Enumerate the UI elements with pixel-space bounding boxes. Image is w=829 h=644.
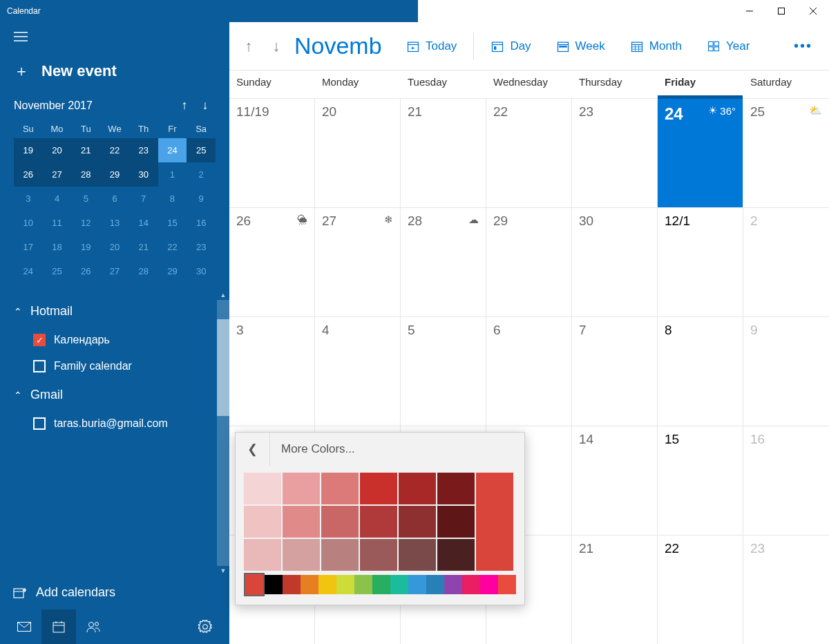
calendar-checkbox[interactable] <box>33 360 46 372</box>
mini-calendar-day[interactable]: 30 <box>129 162 158 187</box>
calendar-button[interactable] <box>41 609 76 644</box>
mini-calendar-day[interactable]: 26 <box>14 162 43 187</box>
calendar-day-cell[interactable]: 28☁ <box>401 207 486 316</box>
color-swatch[interactable] <box>399 473 436 504</box>
mini-calendar-next-button[interactable]: ↓ <box>195 98 216 113</box>
calendar-day-cell[interactable]: 23 <box>572 98 658 207</box>
color-swatch[interactable] <box>437 539 475 571</box>
hue-swatch[interactable] <box>408 575 426 594</box>
mini-calendar-day[interactable]: 1 <box>158 162 187 187</box>
mini-calendar-day[interactable]: 19 <box>71 235 100 259</box>
calendar-day-cell[interactable]: 16 <box>743 426 829 535</box>
calendar-day-cell[interactable]: 14 <box>572 426 658 535</box>
calendar-day-cell[interactable]: 26🌦 <box>229 207 315 316</box>
calendar-day-cell[interactable]: 25⛅ <box>743 98 829 207</box>
calendar-day-cell[interactable]: 12/1 <box>658 207 743 316</box>
color-swatch[interactable] <box>283 473 320 504</box>
calendar-day-cell[interactable]: 29 <box>486 207 572 316</box>
year-view-button[interactable]: Year <box>694 34 762 59</box>
calendar-day-cell[interactable]: 24☀36° <box>658 98 743 207</box>
week-view-button[interactable]: Week <box>544 34 618 59</box>
color-swatch[interactable] <box>283 506 320 538</box>
mini-calendar-day[interactable]: 3 <box>14 187 43 211</box>
calendar-day-cell[interactable]: 22 <box>486 98 572 207</box>
mini-calendar-day[interactable]: 8 <box>158 187 187 211</box>
hue-swatch[interactable] <box>480 575 498 594</box>
mini-calendar-day[interactable]: 6 <box>100 187 129 211</box>
calendar-day-cell[interactable]: 4 <box>315 316 401 426</box>
hue-swatch[interactable] <box>354 575 372 594</box>
mini-calendar-day[interactable]: 12 <box>71 211 100 235</box>
calendar-day-cell[interactable]: 23 <box>743 535 829 644</box>
mini-calendar-day[interactable]: 16 <box>187 211 216 235</box>
window-close-button[interactable] <box>797 0 829 22</box>
mini-calendar-day[interactable]: 29 <box>100 162 129 187</box>
color-swatch[interactable] <box>437 506 475 538</box>
mini-calendar-day[interactable]: 21 <box>71 138 100 162</box>
sidebar-scrollbar[interactable]: ▲ ▼ <box>217 290 229 576</box>
mini-calendar-day[interactable]: 30 <box>187 259 216 283</box>
mini-calendar-day[interactable]: 28 <box>71 162 100 187</box>
color-picker-back-button[interactable]: ❮ <box>236 433 270 466</box>
color-swatch-selected[interactable] <box>476 473 513 571</box>
color-swatch[interactable] <box>321 473 359 504</box>
calendar-day-cell[interactable]: 21 <box>572 535 658 644</box>
calendar-day-cell[interactable]: 6 <box>486 316 572 426</box>
today-button[interactable]: Today <box>394 34 469 59</box>
mini-calendar-day[interactable]: 22 <box>158 235 187 259</box>
hue-swatch[interactable] <box>444 575 462 594</box>
color-swatch[interactable] <box>360 473 397 504</box>
hamburger-button[interactable] <box>0 22 229 51</box>
mini-calendar-day[interactable]: 28 <box>129 259 158 283</box>
mini-calendar-day[interactable]: 21 <box>129 235 158 259</box>
calendar-day-cell[interactable]: 21 <box>401 98 486 207</box>
calendar-item[interactable]: Family calendar <box>0 353 229 379</box>
calendar-day-cell[interactable]: 15 <box>658 426 743 535</box>
mini-calendar-day[interactable]: 27 <box>43 162 72 187</box>
settings-button[interactable] <box>188 609 222 644</box>
scrollbar-thumb[interactable] <box>217 319 229 416</box>
calendar-day-cell[interactable]: 7 <box>572 316 658 426</box>
mini-calendar-day[interactable]: 5 <box>71 187 100 211</box>
window-minimize-button[interactable] <box>734 0 765 22</box>
color-swatch[interactable] <box>244 539 281 571</box>
mini-calendar-day[interactable]: 4 <box>43 187 72 211</box>
hue-swatch[interactable] <box>318 575 336 594</box>
mini-calendar-day[interactable]: 27 <box>100 259 129 283</box>
color-swatch[interactable] <box>244 473 281 504</box>
mini-calendar-day[interactable]: 9 <box>187 187 216 211</box>
hue-swatch[interactable] <box>265 575 283 594</box>
hue-swatch[interactable] <box>462 575 480 594</box>
mini-calendar-day[interactable]: 11 <box>43 211 72 235</box>
hue-swatch[interactable] <box>283 575 301 594</box>
people-button[interactable] <box>76 609 111 644</box>
calendar-day-cell[interactable]: 27❄ <box>315 207 401 316</box>
calendar-day-cell[interactable]: 8 <box>658 316 743 426</box>
mini-calendar-day[interactable]: 24 <box>14 259 43 283</box>
calendar-day-cell[interactable]: 2 <box>743 207 829 316</box>
mini-calendar-day[interactable]: 18 <box>43 235 72 259</box>
color-swatch[interactable] <box>321 506 359 538</box>
calendar-day-cell[interactable]: 22 <box>658 535 743 644</box>
mini-calendar-day[interactable]: 23 <box>187 235 216 259</box>
new-event-button[interactable]: ＋ New event <box>0 51 229 98</box>
more-options-button[interactable]: ••• <box>783 32 823 59</box>
color-swatch[interactable] <box>399 506 436 538</box>
mini-calendar-day[interactable]: 24 <box>158 138 187 162</box>
color-swatch[interactable] <box>283 539 320 571</box>
day-view-button[interactable]: Day <box>478 34 543 59</box>
account-header[interactable]: ⌃Gmail <box>0 379 229 410</box>
mini-calendar-day[interactable]: 29 <box>158 259 187 283</box>
calendar-day-cell[interactable]: 9 <box>743 316 829 426</box>
month-view-button[interactable]: Month <box>618 34 694 59</box>
color-swatch[interactable] <box>360 506 397 538</box>
hue-swatch[interactable] <box>244 573 265 596</box>
hue-swatch[interactable] <box>301 575 318 594</box>
mini-calendar-day[interactable]: 19 <box>14 138 43 162</box>
mini-calendar-day[interactable]: 23 <box>129 138 158 162</box>
window-maximize-button[interactable] <box>765 0 797 22</box>
calendar-day-cell[interactable]: 20 <box>315 98 401 207</box>
hue-swatch[interactable] <box>426 575 444 594</box>
calendar-day-cell[interactable]: 3 <box>229 316 315 426</box>
calendar-item[interactable]: ✓Календарь <box>0 327 229 353</box>
